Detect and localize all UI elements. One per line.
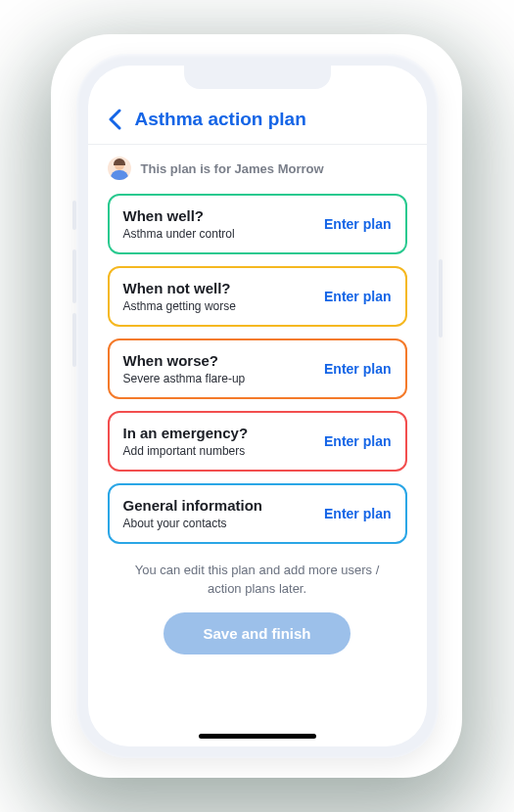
footer-note: You can edit this plan and add more user… [88,544,427,612]
enter-plan-link[interactable]: Enter plan [324,506,391,521]
user-label: This plan is for James Morrow [141,161,324,176]
card-when-worse[interactable]: When worse? Severe asthma flare-up Enter… [108,338,407,399]
enter-plan-link[interactable]: Enter plan [324,361,391,377]
side-button [72,201,76,230]
phone-frame: Asthma action plan This plan is for Jame… [76,54,439,758]
card-title: When not well? [123,280,236,296]
card-when-well[interactable]: When well? Asthma under control Enter pl… [108,194,407,254]
card-text: In an emergency? Add important numbers [123,425,249,458]
enter-plan-link[interactable]: Enter plan [324,289,391,304]
card-title: General information [123,497,263,514]
card-text: When not well? Asthma getting worse [123,280,236,313]
page-title: Asthma action plan [135,109,306,130]
screen: Asthma action plan This plan is for Jame… [88,66,427,746]
card-emergency[interactable]: In an emergency? Add important numbers E… [108,411,407,472]
card-text: When well? Asthma under control [123,207,235,241]
notch [184,66,331,89]
card-title: When well? [123,207,235,224]
side-button [72,249,76,303]
avatar [108,157,131,180]
card-subtitle: Asthma getting worse [123,299,236,313]
card-subtitle: Severe asthma flare-up [123,372,246,385]
side-button [72,313,76,367]
card-text: When worse? Severe asthma flare-up [123,352,246,385]
card-title: When worse? [123,352,246,369]
card-subtitle: Asthma under control [123,227,235,241]
enter-plan-link[interactable]: Enter plan [324,216,391,232]
card-subtitle: Add important numbers [123,444,249,458]
save-and-finish-button[interactable]: Save and finish [164,612,350,654]
card-subtitle: About your contacts [123,517,263,530]
card-general-info[interactable]: General information About your contacts … [108,483,407,544]
enter-plan-link[interactable]: Enter plan [324,433,391,449]
back-button[interactable] [108,109,121,130]
home-indicator[interactable] [199,734,316,739]
chevron-left-icon [108,109,121,130]
card-when-not-well[interactable]: When not well? Asthma getting worse Ente… [108,266,407,327]
user-row: This plan is for James Morrow [88,145,427,194]
card-list: When well? Asthma under control Enter pl… [88,194,427,544]
side-button [439,259,443,338]
card-title: In an emergency? [123,425,249,441]
card-text: General information About your contacts [123,497,263,530]
